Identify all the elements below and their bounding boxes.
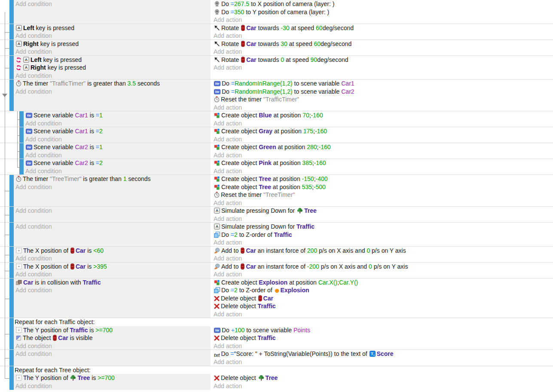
add-condition-button[interactable]: Add condition (15, 0, 211, 8)
add-action-button[interactable]: Add action (214, 64, 553, 72)
add-condition-button[interactable]: Add condition (15, 223, 211, 231)
add-condition-button[interactable]: Add condition (25, 151, 211, 159)
condition[interactable]: The timer "TreeTimer" is greater than 1 … (15, 175, 211, 183)
condition[interactable]: VarScene variable Car2 is =1 (25, 143, 211, 151)
actions-cell[interactable]: Rotate Car towards 0 at speed 90deg/seco… (212, 56, 553, 80)
actions-cell[interactable]: Create object Tree at position -150;-400… (212, 175, 553, 207)
conditions-cell[interactable]: ALeft key is pressedAdd condition (14, 24, 211, 40)
action[interactable]: ASimulate pressing Down for Traffic (214, 223, 553, 231)
event-highlight-bar[interactable] (19, 111, 24, 127)
conditions-cell[interactable]: VarScene variable Car1 is =2Add conditio… (24, 127, 211, 143)
event-highlight-bar[interactable] (9, 0, 14, 24)
conditions-cell[interactable]: The Y position of Traffic is >=700The ob… (14, 326, 211, 350)
event-highlight-bar[interactable] (19, 143, 24, 159)
add-action-button[interactable]: Add action (214, 16, 553, 24)
actions-cell[interactable]: Create object Gray at position 175;-160A… (212, 127, 553, 143)
event-highlight-bar[interactable] (9, 318, 14, 350)
event-highlight-bar[interactable] (9, 175, 14, 207)
condition[interactable]: VarScene variable Car2 is =2 (25, 159, 211, 167)
event-highlight-bar[interactable] (9, 247, 14, 263)
action[interactable]: txtDo ="Score: " + ToString(Variable(Poi… (214, 350, 553, 358)
action[interactable]: Rotate Car towards 30 at speed 60deg/sec… (214, 40, 553, 48)
action[interactable]: Delete object Traffic (214, 334, 553, 342)
add-condition-button[interactable]: Add condition (15, 382, 211, 390)
condition[interactable]: The X position of Car is >395 (15, 263, 211, 271)
condition[interactable]: ALeft key is pressed (15, 56, 211, 64)
actions-cell[interactable]: Do =267.5 to X position of camera (layer… (212, 0, 553, 24)
event-highlight-bar[interactable] (9, 279, 14, 318)
event-row[interactable]: Repeat for each Tree object:The Y positi… (0, 366, 553, 390)
conditions-cell[interactable]: Add condition (14, 223, 211, 247)
action[interactable]: ASimulate pressing Down for Tree (214, 207, 553, 215)
event-row[interactable]: Add conditionDo =267.5 to X position of … (0, 0, 553, 24)
action[interactable]: Add to Car an instant force of -200 p/s … (214, 263, 553, 271)
event-highlight-bar[interactable] (9, 223, 14, 247)
action[interactable]: Do =267.5 to X position of camera (layer… (214, 0, 553, 8)
conditions-cell[interactable]: The X position of Car is <60Add conditio… (14, 247, 211, 263)
add-condition-button[interactable]: Add condition (15, 72, 211, 80)
action[interactable]: Create object Tree at position 535;-500 (214, 183, 553, 191)
actions-cell[interactable]: Add to Car an instant force of 200 p/s o… (212, 247, 553, 263)
conditions-cell[interactable]: Car is in collision with TrafficAdd cond… (14, 279, 211, 318)
condition[interactable]: The Y position of Tree is >=700 (15, 374, 211, 382)
conditions-cell[interactable]: ARight key is pressedAdd condition (14, 40, 211, 56)
action[interactable]: VarDo =RandomInRange(1,2) to scene varia… (214, 88, 553, 96)
condition[interactable]: ARight key is pressed (15, 64, 211, 72)
actions-cell[interactable]: Create object Pink at position 385;-160A… (212, 159, 553, 175)
event-highlight-bar[interactable] (19, 127, 24, 143)
add-action-button[interactable]: Add action (214, 119, 553, 128)
event-row[interactable]: VarScene variable Car2 is =1Add conditio… (0, 143, 553, 159)
action[interactable]: Delete object Tree (214, 374, 553, 382)
add-condition-button[interactable]: Add condition (15, 32, 211, 40)
action[interactable]: Create object Green at position 280;-160 (214, 143, 553, 151)
add-condition-button[interactable]: Add condition (15, 183, 211, 191)
event-row[interactable]: The X position of Car is <60Add conditio… (0, 247, 553, 263)
conditions-cell[interactable]: ALeft key is pressedARight key is presse… (14, 56, 211, 80)
action[interactable]: Reset the timer "TrafficTimer" (214, 95, 553, 104)
actions-cell[interactable]: Create object Explosion at position Car.… (212, 279, 553, 318)
condition[interactable]: ALeft key is pressed (15, 24, 211, 32)
event-row[interactable]: The X position of Car is >395Add conditi… (0, 263, 553, 279)
action[interactable]: VarDo =RandomInRange(1,2) to scene varia… (214, 80, 553, 88)
actions-cell[interactable]: ASimulate pressing Down for TreeAdd acti… (212, 207, 553, 223)
add-action-button[interactable]: Add action (214, 215, 553, 223)
add-action-button[interactable]: Add action (214, 254, 553, 263)
action[interactable]: Do =350 to Y position of camera (layer: … (214, 8, 553, 16)
condition[interactable]: VarScene variable Car1 is =1 (25, 111, 211, 119)
event-row[interactable]: ALeft key is pressedAdd conditionRotate … (0, 24, 553, 40)
event-row[interactable]: ARight key is pressedAdd conditionRotate… (0, 40, 553, 56)
add-action-button[interactable]: Add action (214, 358, 553, 366)
add-action-button[interactable]: Add action (214, 104, 553, 112)
event-row[interactable]: Repeat for each Traffic object:The Y pos… (0, 318, 553, 350)
add-action-button[interactable]: Add action (214, 151, 553, 159)
action[interactable]: Create object Explosion at position Car.… (214, 279, 553, 287)
conditions-cell[interactable]: Add condition (14, 0, 211, 24)
conditions-cell[interactable]: The Y position of Tree is >=700Add condi… (14, 374, 211, 390)
conditions-cell[interactable]: The X position of Car is >395Add conditi… (14, 263, 211, 279)
condition[interactable]: The Y position of Traffic is >=700 (15, 326, 211, 334)
action[interactable]: Do =2 to Z-order of Explosion (214, 286, 553, 294)
add-action-button[interactable]: Add action (214, 239, 553, 247)
add-condition-button[interactable]: Add condition (25, 135, 211, 144)
event-row[interactable]: Add conditionASimulate pressing Down for… (0, 223, 553, 247)
add-action-button[interactable]: Add action (214, 135, 553, 144)
add-action-button[interactable]: Add action (214, 48, 553, 56)
condition[interactable]: The object Car is visible (15, 334, 211, 342)
condition[interactable]: Car is in collision with Traffic (15, 279, 211, 287)
add-condition-button[interactable]: Add condition (15, 342, 211, 350)
condition[interactable]: VarScene variable Car1 is =2 (25, 127, 211, 135)
add-condition-button[interactable]: Add condition (15, 254, 211, 263)
add-condition-button[interactable]: Add condition (15, 350, 211, 358)
action[interactable]: VarDo +100 to scene variable Points (214, 326, 553, 334)
conditions-cell[interactable]: VarScene variable Car2 is =2Add conditio… (24, 159, 211, 175)
add-condition-button[interactable]: Add condition (15, 270, 211, 279)
event-highlight-bar[interactable] (9, 263, 14, 279)
action[interactable]: Rotate Car towards 0 at speed 90deg/seco… (214, 56, 553, 64)
add-condition-button[interactable]: Add condition (15, 48, 211, 56)
actions-cell[interactable]: Rotate Car towards 30 at speed 60deg/sec… (212, 40, 553, 56)
actions-cell[interactable]: Delete object TreeAdd action (212, 374, 553, 390)
add-action-button[interactable]: Add action (214, 342, 553, 350)
actions-cell[interactable]: VarDo +100 to scene variable PointsDelet… (212, 326, 553, 350)
event-row[interactable]: VarScene variable Car2 is =2Add conditio… (0, 159, 553, 175)
add-action-button[interactable]: Add action (214, 199, 553, 207)
